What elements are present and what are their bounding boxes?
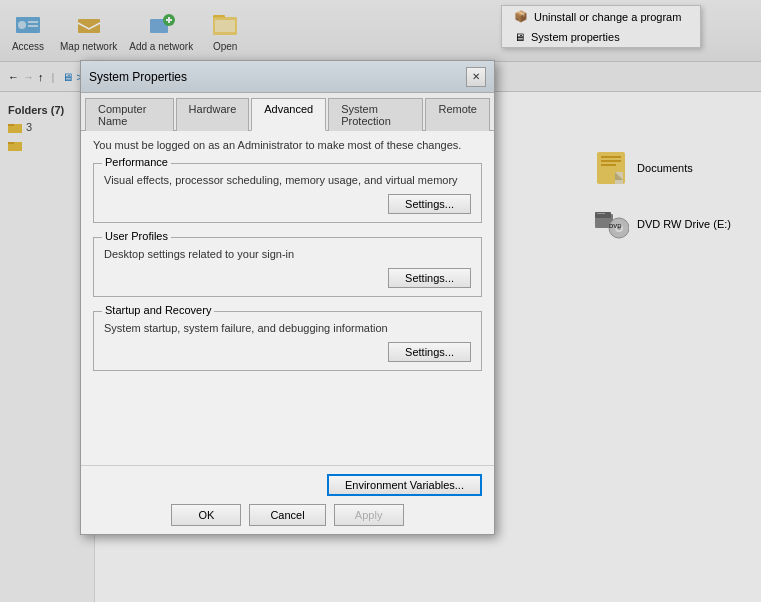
user-profiles-settings-button[interactable]: Settings...	[388, 268, 471, 288]
user-profiles-title: User Profiles	[102, 230, 171, 242]
user-profiles-description: Desktop settings related to your sign-in	[104, 248, 471, 260]
tab-hardware[interactable]: Hardware	[176, 98, 250, 131]
apply-button[interactable]: Apply	[334, 504, 404, 526]
performance-group: Performance Visual effects, processor sc…	[93, 163, 482, 223]
user-profiles-group: User Profiles Desktop settings related t…	[93, 237, 482, 297]
startup-recovery-title: Startup and Recovery	[102, 304, 214, 316]
startup-recovery-group: Startup and Recovery System startup, sys…	[93, 311, 482, 371]
tab-computer-name[interactable]: Computer Name	[85, 98, 174, 131]
dialog-tabs: Computer Name Hardware Advanced System P…	[81, 93, 494, 131]
admin-notice: You must be logged on as an Administrato…	[93, 139, 482, 151]
performance-settings-button[interactable]: Settings...	[388, 194, 471, 214]
ok-button[interactable]: OK	[171, 504, 241, 526]
tab-system-protection[interactable]: System Protection	[328, 98, 423, 131]
tab-advanced[interactable]: Advanced	[251, 98, 326, 131]
startup-recovery-settings-button[interactable]: Settings...	[388, 342, 471, 362]
startup-recovery-description: System startup, system failure, and debu…	[104, 322, 471, 334]
footer-buttons: OK Cancel Apply	[93, 504, 482, 526]
dialog-footer: Environment Variables... OK Cancel Apply	[81, 465, 494, 534]
dialog-body: You must be logged on as an Administrato…	[81, 131, 494, 465]
dialog-close-button[interactable]: ✕	[466, 67, 486, 87]
dialog-title: System Properties	[89, 70, 187, 84]
tab-remote[interactable]: Remote	[425, 98, 490, 131]
system-properties-dialog: System Properties ✕ Computer Name Hardwa…	[80, 60, 495, 535]
dialog-titlebar: System Properties ✕	[81, 61, 494, 93]
cancel-button[interactable]: Cancel	[249, 504, 325, 526]
performance-title: Performance	[102, 156, 171, 168]
environment-variables-button[interactable]: Environment Variables...	[327, 474, 482, 496]
performance-description: Visual effects, processor scheduling, me…	[104, 174, 471, 186]
